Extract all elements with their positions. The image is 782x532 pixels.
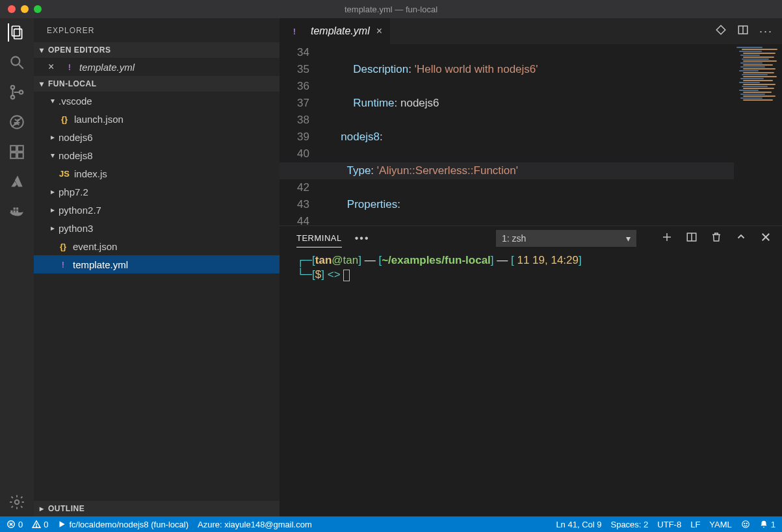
svg-point-6	[20, 90, 23, 94]
svg-rect-15	[16, 210, 18, 212]
source-control-icon[interactable]	[8, 83, 26, 101]
folder-label: python2.7	[59, 205, 101, 216]
status-errors[interactable]: 0	[7, 520, 23, 529]
tab-template-yml[interactable]: ! template.yml ×	[280, 18, 390, 44]
chevron-down-icon: ▾	[38, 79, 46, 88]
status-warnings[interactable]: 0	[32, 520, 48, 529]
settings-gear-icon[interactable]	[8, 493, 26, 511]
code-editor[interactable]: 343536 373839 404142 4344 Description: '…	[280, 44, 782, 225]
svg-rect-1	[14, 29, 22, 39]
folder-nodejs6[interactable]: ▸ nodejs6	[34, 128, 280, 146]
file-template-yml[interactable]: ! template.yml	[34, 255, 280, 273]
azure-icon[interactable]	[8, 173, 26, 191]
status-eol[interactable]: LF	[690, 520, 700, 529]
svg-point-33	[744, 523, 744, 524]
file-label: template.yml	[73, 259, 128, 270]
terminal-panel: TERMINAL ••• 1: zsh ▾ ┌─[tan@tan] — [~/e…	[280, 225, 782, 516]
js-file-icon: JS	[59, 169, 70, 179]
split-editor-icon[interactable]	[737, 24, 749, 38]
svg-point-32	[742, 521, 749, 528]
search-icon[interactable]	[8, 53, 26, 71]
folder-php72[interactable]: ▸ php7.2	[34, 183, 280, 201]
terminal-more-icon[interactable]: •••	[355, 233, 370, 244]
open-editor-item[interactable]: × ! template.yml	[34, 58, 280, 76]
open-editors-header[interactable]: ▾ OPEN EDITORS	[34, 42, 280, 58]
chevron-right-icon: ▸	[48, 133, 57, 142]
more-actions-icon[interactable]: ···	[759, 25, 773, 38]
file-label: event.json	[73, 241, 117, 252]
diff-icon[interactable]	[715, 24, 727, 38]
folder-label: nodejs8	[59, 150, 93, 161]
code-content[interactable]: Description: 'Hello world with nodejs6' …	[322, 44, 782, 225]
sidebar-title: EXPLORER	[34, 18, 280, 42]
status-notifications[interactable]: 1	[759, 520, 775, 529]
svg-rect-0	[12, 26, 20, 36]
outline-label: OUTLINE	[48, 504, 85, 513]
terminal-actions	[661, 231, 772, 246]
close-editor-icon[interactable]: ×	[48, 61, 61, 73]
status-encoding[interactable]: UTF-8	[657, 520, 681, 529]
outline-header[interactable]: ▸ OUTLINE	[34, 501, 280, 516]
split-terminal-icon[interactable]	[686, 231, 697, 246]
folder-nodejs8[interactable]: ▾ nodejs8	[34, 146, 280, 164]
json-file-icon: {}	[57, 242, 69, 251]
status-feedback-icon[interactable]	[741, 520, 750, 529]
chevron-right-icon: ▸	[48, 205, 57, 214]
debug-disabled-icon[interactable]	[8, 113, 26, 131]
json-file-icon: {}	[59, 114, 70, 124]
svg-rect-12	[18, 153, 23, 158]
folder-label: nodejs6	[59, 132, 93, 143]
terminal-select[interactable]: 1: zsh ▾	[496, 230, 636, 247]
file-launch-json[interactable]: {} launch.json	[34, 110, 280, 128]
status-cursor-position[interactable]: Ln 41, Col 9	[556, 520, 601, 529]
maximize-panel-icon[interactable]	[735, 231, 747, 246]
file-label: launch.json	[74, 114, 124, 125]
extensions-icon[interactable]	[8, 143, 26, 161]
svg-rect-14	[14, 210, 16, 212]
terminal-select-label: 1: zsh	[502, 233, 526, 244]
svg-rect-17	[16, 208, 18, 210]
tab-label: template.yml	[311, 25, 370, 37]
svg-rect-9	[10, 146, 16, 151]
status-run-target[interactable]: fc/localdemo/nodejs8 (fun-local)	[57, 520, 189, 529]
status-bar: 0 0 fc/localdemo/nodejs8 (fun-local) Azu…	[0, 516, 782, 532]
svg-point-34	[746, 523, 747, 524]
svg-point-5	[11, 95, 14, 99]
folder-python3[interactable]: ▸ python3	[34, 219, 280, 237]
status-azure[interactable]: Azure: xiayule148@gmail.com	[198, 520, 312, 529]
svg-point-4	[11, 86, 14, 89]
open-editor-filename: template.yml	[79, 62, 135, 73]
folder-python27[interactable]: ▸ python2.7	[34, 201, 280, 219]
chevron-right-icon: ▸	[48, 187, 57, 196]
explorer-icon[interactable]	[8, 23, 26, 42]
project-header[interactable]: ▾ FUN-LOCAL	[34, 76, 280, 92]
svg-point-18	[15, 500, 20, 505]
folder-label: python3	[59, 223, 93, 234]
open-editors-label: OPEN EDITORS	[48, 45, 111, 55]
yaml-file-icon: !	[64, 62, 75, 72]
chevron-down-icon: ▾	[48, 96, 57, 105]
terminal-tab[interactable]: TERMINAL	[296, 233, 342, 247]
explorer-sidebar: EXPLORER ▾ OPEN EDITORS × ! template.yml…	[34, 18, 280, 516]
status-language[interactable]: YAML	[709, 520, 731, 529]
chevron-down-icon: ▾	[38, 45, 46, 55]
terminal-body[interactable]: ┌─[tan@tan] — [~/examples/fun-local] — […	[280, 251, 782, 516]
kill-terminal-icon[interactable]	[710, 231, 722, 246]
svg-rect-10	[18, 146, 23, 151]
file-event-json[interactable]: {} event.json	[34, 237, 280, 255]
new-terminal-icon[interactable]	[661, 231, 673, 246]
folder-label: php7.2	[59, 186, 88, 197]
docker-icon[interactable]	[8, 203, 26, 221]
close-tab-icon[interactable]: ×	[376, 25, 382, 37]
svg-point-2	[11, 57, 20, 65]
project-header-label: FUN-LOCAL	[48, 79, 96, 88]
chevron-right-icon: ▸	[48, 223, 57, 233]
folder-label: .vscode	[59, 95, 92, 107]
status-indentation[interactable]: Spaces: 2	[610, 520, 648, 529]
titlebar: template.yml — fun-local	[0, 0, 782, 18]
yaml-file-icon: !	[289, 27, 300, 36]
folder-vscode[interactable]: ▾ .vscode	[34, 92, 280, 110]
svg-rect-16	[14, 208, 16, 210]
close-panel-icon[interactable]	[760, 231, 772, 246]
file-index-js[interactable]: JS index.js	[34, 164, 280, 183]
